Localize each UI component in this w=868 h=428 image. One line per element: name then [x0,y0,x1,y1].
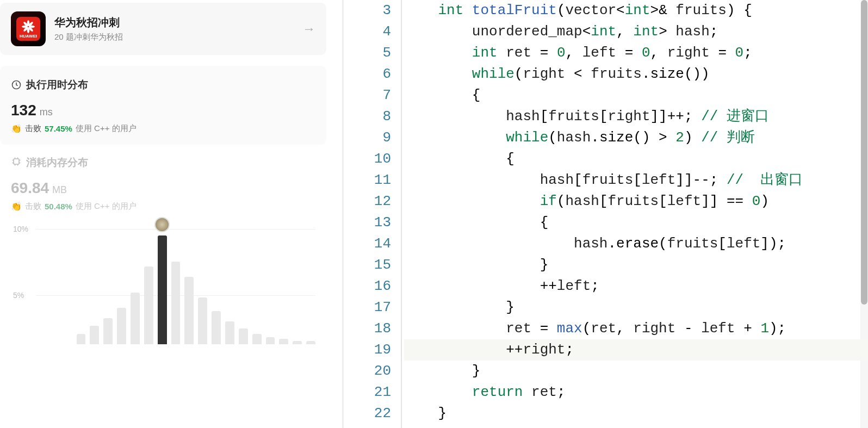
runtime-value-row: 132 ms [11,102,315,119]
memory-beat-label: 击败 [25,201,41,212]
memory-suffix: 使用 C++ 的用户 [76,201,137,212]
memory-header-text: 消耗内存分布 [26,156,88,170]
chart-bar[interactable] [239,328,248,344]
line-number: 21 [344,382,391,403]
chart-bar-inner [279,339,288,344]
code-line[interactable]: hash[fruits[left]]--; // 出窗口 [404,170,868,191]
line-number: 13 [344,212,391,233]
code-line[interactable]: while(right < fruits.size()) [404,64,868,85]
promo-title: 华为秋招冲刺 [54,15,294,30]
left-stats-panel: HUAWEI 华为秋招冲刺 20 题冲刺华为秋招 → 执行用时分布 132 ms… [0,0,334,428]
user-avatar [154,217,170,232]
memory-value: 69.84 [11,179,49,197]
code-line[interactable]: ret = max(ret, right - left + 1); [404,318,868,339]
chart-bar-inner [198,297,207,344]
code-line[interactable]: return ret; [404,382,868,403]
code-line[interactable]: } [404,361,868,382]
chart-bar-inner [266,337,275,344]
chart-bar[interactable] [252,334,262,344]
chart-bar[interactable] [103,318,113,344]
code-line[interactable]: ++right; [404,339,868,361]
chart-bar[interactable] [225,321,234,344]
code-line[interactable]: while(hash.size() > 2) // 判断 [404,127,868,148]
clap-icon: 👏 [11,201,22,212]
memory-header: 消耗内存分布 [11,156,315,170]
chart-bar[interactable] [117,308,126,344]
line-number: 16 [344,276,391,297]
chart-bar[interactable] [131,293,140,344]
line-number: 7 [344,85,391,106]
chart-y-tick: 5% [13,291,24,300]
chart-bar-inner [103,318,113,344]
memory-distribution-chart[interactable]: 10% 5% [11,225,315,344]
runtime-value: 132 [11,102,36,119]
code-line[interactable]: int totalFruit(vector<int>& fruits) { [404,0,868,21]
code-editor[interactable]: 345678910111213141516171819202122 int to… [344,0,868,428]
huawei-petals-icon [21,20,35,34]
code-line[interactable]: { [404,212,868,233]
chart-bar[interactable] [212,311,221,344]
promo-subtitle: 20 题冲刺华为秋招 [54,32,294,42]
line-number: 22 [344,403,391,424]
code-line[interactable]: { [404,148,868,170]
chart-bars [36,235,315,344]
code-line[interactable]: int ret = 0, left = 0, right = 0; [404,42,868,64]
code-line[interactable]: } [404,255,868,276]
chart-bar-inner [90,326,99,344]
runtime-unit: ms [40,107,53,118]
line-number: 14 [344,233,391,255]
chart-bar[interactable] [279,339,288,344]
chart-bar[interactable] [293,341,302,344]
code-content[interactable]: int totalFruit(vector<int>& fruits) { un… [402,0,868,428]
runtime-header: 执行用时分布 [11,78,315,92]
code-line[interactable]: hash[fruits[right]]++; // 进窗口 [404,106,868,127]
chart-bar[interactable] [306,341,315,344]
code-line[interactable]: } [404,297,868,318]
promo-text: 华为秋招冲刺 20 题冲刺华为秋招 [54,15,294,42]
line-number: 6 [344,64,391,85]
chart-bar-inner [239,328,248,344]
memory-stats-section[interactable]: 消耗内存分布 69.84 MB 👏 击败 50.48% 使用 C++ 的用户 1… [0,156,326,344]
chart-bar[interactable] [266,337,275,344]
chart-bar-inner [306,341,315,344]
chart-bar-inner [225,321,234,344]
chart-bar-inner [184,277,194,344]
code-line[interactable]: { [404,85,868,106]
runtime-header-text: 执行用时分布 [26,78,88,92]
arrow-right-icon: → [302,21,315,36]
chart-bar[interactable] [90,326,99,344]
promo-logo: HUAWEI [11,11,46,46]
line-number: 11 [344,170,391,191]
chart-bar-inner [117,308,126,344]
line-number: 9 [344,127,391,148]
line-number: 15 [344,255,391,276]
code-line[interactable]: unordered_map<int, int> hash; [404,21,868,42]
runtime-stats-card[interactable]: 执行用时分布 132 ms 👏 击败 57.45% 使用 C++ 的用户 [0,66,326,145]
memory-value-row: 69.84 MB [11,179,315,197]
code-line[interactable]: if(hash[fruits[left]] == 0) [404,191,868,212]
chart-y-tick: 10% [13,225,28,233]
code-line[interactable]: } [404,403,868,424]
memory-unit: MB [52,184,67,196]
chart-bar[interactable] [184,277,194,344]
code-line[interactable]: hash.erase(fruits[left]); [404,233,868,255]
line-number: 5 [344,42,391,64]
code-line[interactable]: ++left; [404,276,868,297]
promo-logo-text: HUAWEI [20,34,37,39]
chart-bar[interactable] [158,235,167,344]
runtime-suffix: 使用 C++ 的用户 [76,123,137,134]
line-number-gutter: 345678910111213141516171819202122 [344,0,401,428]
promo-card[interactable]: HUAWEI 华为秋招冲刺 20 题冲刺华为秋招 → [0,3,326,55]
chart-bar[interactable] [198,297,207,344]
runtime-beat-label: 击败 [25,123,41,134]
line-number: 8 [344,106,391,127]
line-number: 12 [344,191,391,212]
chart-bar-inner [171,262,181,344]
chart-bar[interactable] [171,262,181,344]
chart-bar[interactable] [144,266,153,344]
chart-gridline [36,229,315,229]
chart-bar-inner [252,334,262,344]
line-number: 17 [344,297,391,318]
chart-bar-inner [212,311,221,344]
chart-bar[interactable] [77,334,86,344]
